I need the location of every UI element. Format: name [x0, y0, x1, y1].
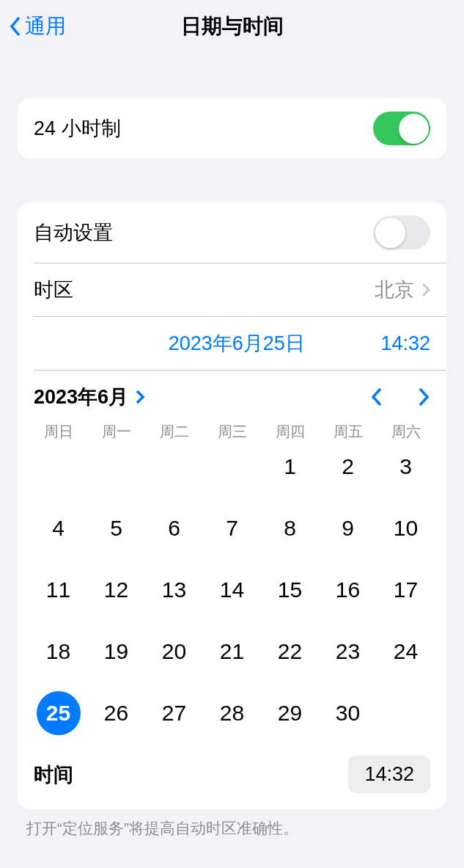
- header: 通用 日期与时间: [0, 0, 464, 53]
- next-month-button[interactable]: [417, 387, 430, 407]
- month-picker[interactable]: 2023年6月: [34, 384, 144, 410]
- calendar-day[interactable]: 7: [203, 506, 261, 550]
- calendar-day[interactable]: 8: [261, 506, 319, 550]
- calendar-day[interactable]: 12: [87, 568, 145, 612]
- calendar-day[interactable]: 22: [261, 630, 319, 674]
- time-row: 时间 14:32: [18, 748, 446, 809]
- back-chevron-icon: [9, 15, 22, 37]
- summary-date[interactable]: 2023年6月25日: [110, 330, 305, 357]
- calendar-day[interactable]: 27: [145, 691, 203, 735]
- label-auto-set: 自动设置: [34, 219, 113, 246]
- calendar-day[interactable]: 14: [203, 568, 261, 612]
- calendar-day[interactable]: 23: [319, 630, 377, 674]
- calendar-day[interactable]: 11: [29, 568, 87, 612]
- toggle-auto-set[interactable]: [373, 216, 430, 249]
- row-auto-set: 自动设置: [18, 203, 446, 263]
- calendar-empty: [203, 445, 261, 489]
- weekday-label: 周日: [29, 422, 87, 442]
- calendar-day[interactable]: 19: [87, 630, 145, 674]
- weekday-label: 周四: [261, 422, 319, 442]
- calendar-day[interactable]: 15: [261, 568, 319, 612]
- back-button[interactable]: 通用: [9, 12, 66, 40]
- calendar-day[interactable]: 4: [29, 506, 87, 550]
- footer-note: 打开“定位服务”将提高自动时区准确性。: [0, 809, 464, 847]
- weekday-label: 周一: [87, 422, 145, 442]
- calendar-day[interactable]: 25: [29, 691, 87, 735]
- chevron-right-icon: [136, 390, 144, 404]
- calendar-day[interactable]: 1: [261, 445, 319, 489]
- date-time-summary: 2023年6月25日 14:32: [18, 317, 446, 370]
- calendar-day[interactable]: 24: [377, 630, 435, 674]
- weekday-header: 周日周一周二周三周四周五周六: [18, 417, 446, 445]
- calendar-day[interactable]: 5: [87, 506, 145, 550]
- toggle-knob: [375, 218, 405, 248]
- label-timezone: 时区: [34, 277, 73, 303]
- calendar-day[interactable]: 20: [145, 630, 203, 674]
- calendar-empty: [87, 445, 145, 489]
- calendar-day[interactable]: 30: [319, 691, 377, 735]
- calendar-day[interactable]: 28: [203, 691, 261, 735]
- calendar-day[interactable]: 26: [87, 691, 145, 735]
- month-header: 2023年6月: [18, 371, 446, 417]
- calendar-day[interactable]: 21: [203, 630, 261, 674]
- time-picker[interactable]: 14:32: [348, 756, 430, 793]
- timezone-text: 北京: [375, 277, 414, 303]
- calendar-day[interactable]: 2: [319, 445, 377, 489]
- label-24hour: 24 小时制: [34, 115, 121, 142]
- toggle-24hour[interactable]: [373, 112, 430, 145]
- calendar-empty: [145, 445, 203, 489]
- row-24hour: 24 小时制: [18, 98, 446, 158]
- group-datetime: 自动设置 时区 北京 2023年6月25日 14:32 2023年6月: [18, 203, 446, 809]
- chevron-right-icon: [421, 282, 430, 297]
- prev-month-button[interactable]: [370, 387, 383, 407]
- row-timezone[interactable]: 时区 北京: [18, 263, 446, 316]
- summary-time[interactable]: 14:32: [380, 332, 430, 355]
- month-nav: [370, 387, 430, 407]
- group-24hour: 24 小时制: [18, 98, 446, 158]
- page-title: 日期与时间: [12, 12, 452, 40]
- calendar-day[interactable]: 16: [319, 568, 377, 612]
- weekday-label: 周五: [319, 422, 377, 442]
- weekday-label: 周二: [145, 422, 203, 442]
- calendar-empty: [29, 445, 87, 489]
- calendar-day[interactable]: 18: [29, 630, 87, 674]
- calendar-day[interactable]: 3: [377, 445, 435, 489]
- month-label-text: 2023年6月: [34, 384, 128, 410]
- weekday-label: 周六: [377, 422, 435, 442]
- weekday-label: 周三: [203, 422, 261, 442]
- calendar-day[interactable]: 13: [145, 568, 203, 612]
- calendar-day[interactable]: 17: [377, 568, 435, 612]
- calendar-grid: 1234567891011121314151617181920212223242…: [18, 445, 446, 748]
- calendar-day[interactable]: 10: [377, 506, 435, 550]
- calendar-day[interactable]: 6: [145, 506, 203, 550]
- calendar-day[interactable]: 9: [319, 506, 377, 550]
- value-timezone: 北京: [375, 277, 430, 303]
- calendar-day[interactable]: 29: [261, 691, 319, 735]
- time-label: 时间: [34, 762, 73, 788]
- toggle-knob: [399, 114, 429, 144]
- back-label: 通用: [25, 12, 66, 40]
